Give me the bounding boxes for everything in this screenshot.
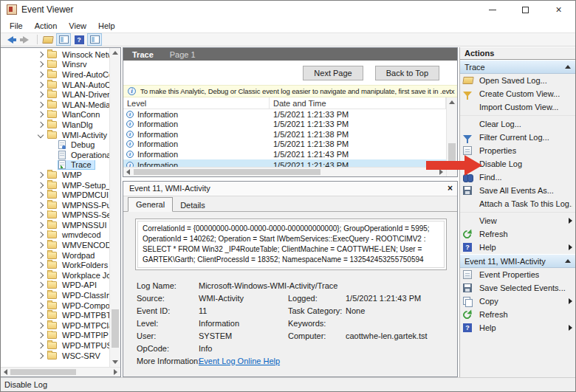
action-item-event-properties[interactable]: Event Properties <box>460 268 575 281</box>
chevron-collapsed-icon[interactable] <box>38 122 44 128</box>
collapse-icon[interactable] <box>565 65 571 69</box>
tree-item-wpd-mtpus[interactable]: WPD-MTPUS <box>1 340 109 351</box>
collapse-icon[interactable] <box>565 259 571 263</box>
scroll-down-icon[interactable] <box>112 360 118 364</box>
action-item-create-custom-view[interactable]: Create Custom View... <box>460 87 575 100</box>
close-detail-icon[interactable]: × <box>448 184 453 193</box>
tree-item-wmi-activity[interactable]: WMI-Activity <box>1 130 109 140</box>
tree-item-wpd-mtpbt[interactable]: WPD-MTPBT <box>1 310 109 320</box>
action-item-refresh[interactable]: Refresh <box>460 227 575 241</box>
scroll-up-icon[interactable] <box>112 51 118 55</box>
tree-item-wmvencod[interactable]: WMVENCOD <box>1 240 109 250</box>
action-item-clear-log[interactable]: Clear Log... <box>460 117 575 131</box>
scroll-left-icon[interactable] <box>4 369 7 375</box>
tree-item-wlan-mediama[interactable]: WLAN-MediaMa <box>1 100 109 110</box>
tree-item-wlanconn[interactable]: WlanConn <box>1 110 109 120</box>
chevron-collapsed-icon[interactable] <box>38 343 44 348</box>
tab-details[interactable]: Details <box>173 199 213 212</box>
action-item-help[interactable]: Help <box>460 241 575 254</box>
chevron-collapsed-icon[interactable] <box>38 212 44 218</box>
chevron-collapsed-icon[interactable] <box>38 292 44 298</box>
action-item-open-saved-log[interactable]: Open Saved Log... <box>460 74 575 87</box>
chevron-collapsed-icon[interactable] <box>38 262 44 268</box>
chevron-collapsed-icon[interactable] <box>38 72 44 78</box>
tree-vertical-scrollbar[interactable] <box>109 48 120 367</box>
scroll-up-icon[interactable] <box>449 100 455 104</box>
chevron-collapsed-icon[interactable] <box>38 222 44 228</box>
tree-item-wmpdmcui[interactable]: WMPDMCUI <box>1 190 109 200</box>
chevron-collapsed-icon[interactable] <box>38 352 44 358</box>
action-item-find[interactable]: Find... <box>460 171 575 184</box>
tree-hscroll-thumb[interactable] <box>10 369 76 375</box>
chevron-collapsed-icon[interactable] <box>38 81 44 87</box>
scroll-right-icon[interactable] <box>439 169 443 175</box>
tree-item-wordpad[interactable]: Wordpad <box>1 250 109 261</box>
chevron-collapsed-icon[interactable] <box>38 61 44 67</box>
column-header-level[interactable]: Level <box>123 97 270 109</box>
scroll-left-icon[interactable] <box>126 169 130 175</box>
chevron-collapsed-icon[interactable] <box>38 182 44 188</box>
tree-item-wsc-srv[interactable]: WSC-SRV <box>1 351 109 361</box>
action-item-view[interactable]: View <box>460 214 575 227</box>
chevron-collapsed-icon[interactable] <box>38 323 44 329</box>
export-log-button[interactable] <box>41 33 55 46</box>
show-console-tree-button[interactable] <box>56 33 71 46</box>
chevron-collapsed-icon[interactable] <box>38 312 44 318</box>
tree-item-operational[interactable]: Operational <box>1 150 109 160</box>
tree-item-wmp[interactable]: WMP <box>1 170 109 180</box>
tree-item-wpd-api[interactable]: WPD-API <box>1 281 109 291</box>
next-page-button[interactable]: Next Page <box>303 66 363 80</box>
action-item-refresh[interactable]: Refresh <box>460 308 575 321</box>
tab-general[interactable]: General <box>128 197 173 212</box>
tree-item-winsock-network[interactable]: Winsock Network <box>1 49 109 60</box>
action-item-properties[interactable]: Properties <box>460 144 575 157</box>
chevron-collapsed-icon[interactable] <box>38 102 44 108</box>
tree-item-wmpnss-public[interactable]: WMPNSS-Public <box>1 200 109 210</box>
chevron-collapsed-icon[interactable] <box>38 332 44 338</box>
event-list-vertical-scrollbar[interactable] <box>446 97 457 176</box>
back-button[interactable] <box>3 33 18 46</box>
menu-action[interactable]: Action <box>29 20 64 32</box>
chevron-collapsed-icon[interactable] <box>38 202 44 207</box>
chevron-collapsed-icon[interactable] <box>38 172 44 178</box>
minimize-button[interactable] <box>476 1 509 18</box>
tree-item-workplace-join[interactable]: Workplace Join <box>1 270 109 281</box>
chevron-collapsed-icon[interactable] <box>38 282 44 288</box>
chevron-collapsed-icon[interactable] <box>38 302 44 308</box>
tree-item-wpd-classinstal[interactable]: WPD-ClassInstal <box>1 290 109 300</box>
tree-item-debug[interactable]: Debug <box>1 140 109 150</box>
action-item-help[interactable]: Help <box>460 321 575 334</box>
chevron-collapsed-icon[interactable] <box>38 92 44 97</box>
action-item-filter-current-log[interactable]: Filter Current Log... <box>460 131 575 144</box>
chevron-collapsed-icon[interactable] <box>38 252 44 258</box>
tree-item-wmpnss-servic[interactable]: WMPNSS-Servic <box>1 210 109 221</box>
action-section-event-11-wmi-activity[interactable]: Event 11, WMI-Activity <box>460 254 575 268</box>
action-item-attach-a-task-to-this-log[interactable]: Attach a Task To this Log... <box>460 197 575 210</box>
action-item-copy[interactable]: Copy <box>460 295 575 308</box>
menu-view[interactable]: View <box>63 20 92 32</box>
action-item-save-all-events-as[interactable]: Save All Events As... <box>460 184 575 197</box>
field-value-more-information[interactable]: Event Log Online Help <box>199 354 288 367</box>
tree-item-wired-autoconf[interactable]: Wired-AutoConf <box>1 69 109 80</box>
chevron-expanded-icon[interactable] <box>38 131 44 137</box>
tree-item-wmpnssui[interactable]: WMPNSSUI <box>1 220 109 230</box>
event-row-1[interactable]: iInformation1/5/2021 1:21:33 PM <box>123 120 446 130</box>
action-item-disable-log[interactable]: Disable Log <box>460 157 575 171</box>
help-button[interactable]: ? <box>72 33 86 46</box>
tree-item-wpd-composite[interactable]: WPD-Composite <box>1 300 109 311</box>
forward-button[interactable] <box>18 33 33 46</box>
menu-file[interactable]: File <box>4 20 29 32</box>
event-row-4[interactable]: iInformation1/5/2021 1:21:43 PM <box>123 149 446 159</box>
tree-item-wlan-autoconf[interactable]: WLAN-AutoConf <box>1 80 109 90</box>
tree-scroll-thumb[interactable] <box>112 309 119 348</box>
event-list-horizontal-scrollbar[interactable] <box>123 167 446 176</box>
event-row-partial[interactable]: iInformation1/5/2021 1:21:43 PM <box>123 159 446 167</box>
chevron-collapsed-icon[interactable] <box>38 52 44 58</box>
tree-item-wlan-driver[interactable]: WLAN-Driver <box>1 89 109 100</box>
menu-help[interactable]: Help <box>92 20 121 32</box>
tree-item-wmvdecod[interactable]: wmvdecod <box>1 230 109 241</box>
event-log-online-help-link[interactable]: Event Log Online Help <box>199 357 280 365</box>
column-header-date-time[interactable]: Date and Time <box>270 97 446 109</box>
show-action-pane-button[interactable] <box>87 33 102 46</box>
tree-horizontal-scrollbar[interactable] <box>1 367 120 376</box>
